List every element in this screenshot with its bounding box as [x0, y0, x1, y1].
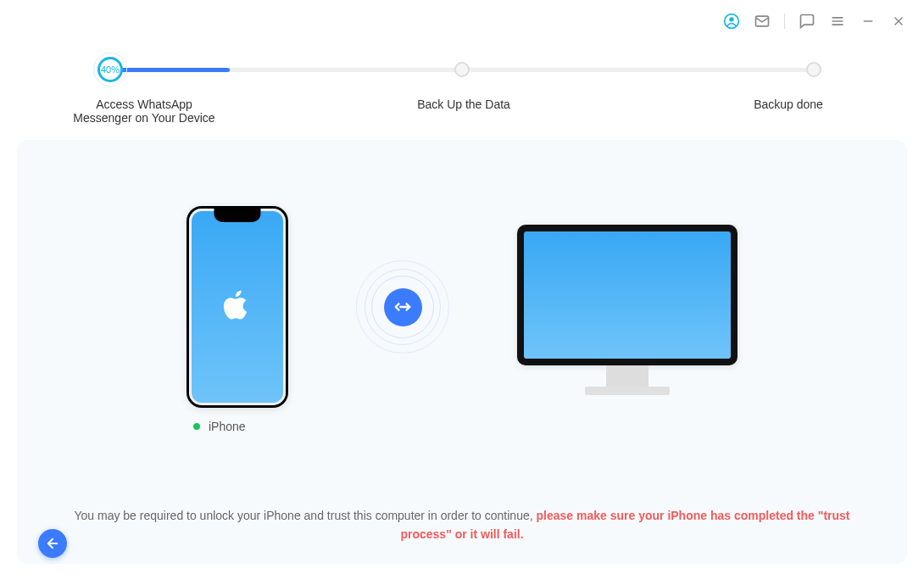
apple-logo-icon [223, 288, 252, 326]
back-button[interactable] [38, 529, 67, 558]
phone-notch [214, 209, 261, 222]
computer-device [517, 225, 738, 395]
minimize-icon[interactable] [860, 13, 877, 30]
status-dot-icon [193, 423, 200, 430]
titlebar-divider [784, 14, 785, 29]
step-percent: 40% [101, 64, 120, 75]
step-label-3: Backup done [712, 98, 865, 125]
progress-steps: 40% Access WhatsApp Messenger on Your De… [0, 42, 924, 125]
phone-status: iPhone [193, 420, 288, 433]
monitor-screen [524, 231, 731, 359]
main-panel: iPhone You may be required to unlock you… [17, 140, 907, 564]
arrow-left-icon [45, 536, 60, 551]
step-label-2: Back Up the Data [387, 98, 540, 125]
transfer-indicator [356, 260, 449, 354]
devices-row: iPhone [17, 206, 907, 433]
step-label-1: Access WhatsApp Messenger on Your Device [68, 98, 220, 125]
titlebar [0, 0, 924, 42]
monitor-base [585, 387, 670, 395]
trust-message: You may be required to unlock your iPhon… [17, 506, 907, 544]
monitor-frame [517, 225, 738, 365]
phone-device: iPhone [186, 206, 288, 433]
progress-track: 40% [110, 68, 814, 72]
monitor-stand [606, 365, 648, 387]
step-marker-1: 40% [97, 57, 123, 82]
step-marker-2 [454, 62, 470, 77]
mail-icon[interactable] [754, 13, 771, 30]
account-icon[interactable] [723, 13, 740, 30]
progress-fill [110, 68, 230, 72]
svg-point-1 [729, 17, 733, 21]
close-icon[interactable] [890, 13, 907, 30]
transfer-icon [384, 288, 422, 326]
menu-icon[interactable] [829, 13, 846, 30]
phone-frame [186, 206, 288, 408]
titlebar-icon-group [723, 13, 907, 30]
device-name: iPhone [209, 420, 246, 433]
trust-message-lead: You may be required to unlock your iPhon… [74, 509, 536, 522]
phone-screen [189, 209, 286, 405]
feedback-icon[interactable] [799, 13, 815, 30]
step-marker-3 [806, 62, 821, 77]
step-labels: Access WhatsApp Messenger on Your Device… [68, 98, 856, 125]
